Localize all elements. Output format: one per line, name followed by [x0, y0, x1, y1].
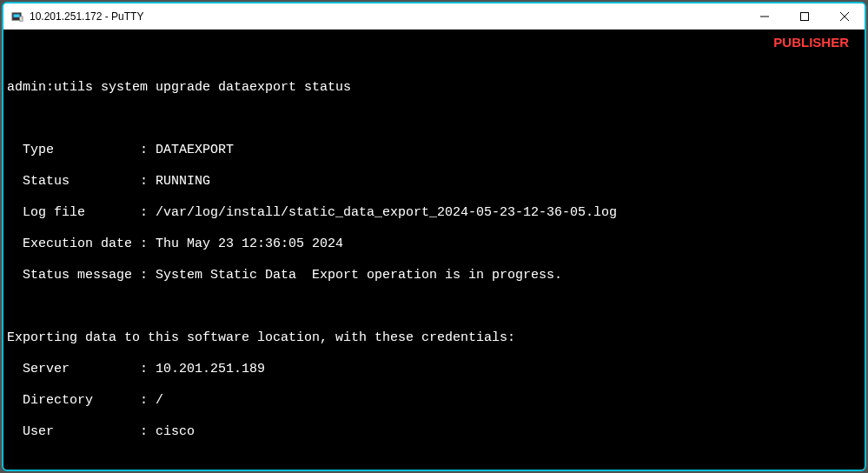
server-line: Server : 10.201.251.189 [7, 362, 861, 377]
prompt: admin: [7, 80, 54, 95]
maximize-button[interactable] [785, 3, 825, 30]
statusmsg-line: Status message : System Static Data Expo… [7, 268, 861, 283]
svg-rect-4 [801, 12, 809, 20]
cmd-line-1: admin:utils system upgrade dataexport st… [7, 80, 861, 96]
type-line: Type : DATAEXPORT [7, 143, 861, 158]
putty-icon [10, 10, 24, 23]
execdate-line: Execution date : Thu May 23 12:36:05 202… [7, 236, 861, 252]
terminal-area[interactable]: PUBLISHER admin:utils system upgrade dat… [3, 30, 865, 470]
titlebar[interactable]: 10.201.251.172 - PuTTY [3, 3, 865, 30]
export-header: Exporting data to this software location… [7, 330, 861, 346]
blank-line [7, 456, 861, 470]
user-line: User : cisco [7, 424, 861, 440]
directory-line: Directory : / [7, 393, 861, 409]
status-line: Status : RUNNING [7, 174, 861, 190]
minimize-button[interactable] [745, 3, 785, 30]
logfile-line: Log file : /var/log/install/static_data_… [7, 205, 861, 221]
command-text: utils system upgrade dataexport status [54, 80, 351, 95]
svg-rect-2 [20, 17, 23, 21]
publisher-label: PUBLISHER [773, 35, 849, 50]
blank-line [7, 299, 861, 315]
blank-line [7, 111, 861, 127]
putty-window: 10.201.251.172 - PuTTY PUBLISHER admin:u… [2, 2, 866, 471]
window-title: 10.201.251.172 - PuTTY [30, 10, 143, 23]
close-button[interactable] [825, 3, 865, 30]
svg-rect-1 [14, 14, 20, 17]
